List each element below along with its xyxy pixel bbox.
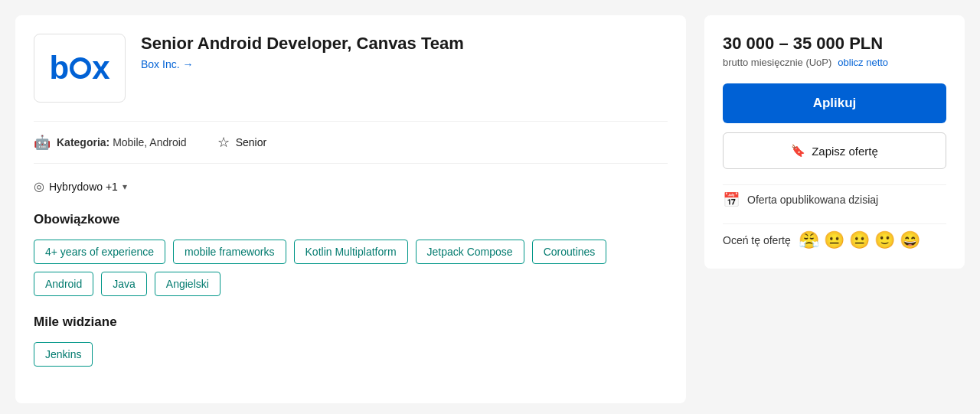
- mandatory-tag: Java: [101, 272, 147, 296]
- location-icon: ◎: [34, 179, 44, 194]
- meta-row: 🤖 Kategoria: Mobile, Android ☆ Senior: [34, 121, 668, 164]
- emoji-0[interactable]: 😤: [799, 230, 819, 250]
- category-label: Kategoria: Mobile, Android: [57, 136, 187, 148]
- seniority-value: Senior: [236, 136, 266, 148]
- category-value: Mobile, Android: [113, 136, 187, 148]
- android-icon: 🤖: [34, 134, 51, 151]
- rate-row: Oceń tę ofertę 😤😐😐🙂😄: [723, 223, 946, 250]
- side-card: 30 000 – 35 000 PLN brutto miesięcznie (…: [704, 15, 965, 269]
- save-button[interactable]: 🔖 Zapisz ofertę: [723, 132, 946, 169]
- company-arrow-icon: →: [183, 58, 194, 70]
- published-label: Oferta opublikowana dzisiaj: [747, 194, 878, 206]
- save-label: Zapisz ofertę: [812, 145, 878, 158]
- emojis-row: 😤😐😐🙂😄: [799, 230, 920, 250]
- job-title-area: Senior Android Developer, Canvas Team Bo…: [141, 34, 668, 70]
- category-item: 🤖 Kategoria: Mobile, Android: [34, 134, 187, 151]
- rate-label: Oceń tę ofertę: [723, 234, 791, 246]
- nice-section: Mile widziane Jenkins: [34, 315, 668, 367]
- calendar-icon: 📅: [723, 191, 740, 208]
- mandatory-tag: Kotlin Multiplatform: [294, 240, 408, 264]
- mandatory-tag: Android: [34, 272, 93, 296]
- salary-range: 30 000 – 35 000 PLN: [723, 34, 946, 54]
- location-row: ◎ Hybrydowo +1 ▾: [34, 179, 668, 194]
- mandatory-tag: Coroutines: [532, 240, 607, 264]
- job-title: Senior Android Developer, Canvas Team: [141, 34, 668, 54]
- salary-type: brutto miesięcznie (UoP): [723, 57, 831, 68]
- salary-info: brutto miesięcznie (UoP) oblicz netto: [723, 57, 946, 68]
- apply-button[interactable]: Aplikuj: [723, 83, 946, 123]
- nice-tag: Jenkins: [34, 342, 93, 367]
- emoji-1[interactable]: 😐: [824, 230, 844, 250]
- nice-title: Mile widziane: [34, 315, 668, 330]
- mandatory-tag: mobile frameworks: [173, 240, 286, 264]
- location-value: Hybrydowo +1: [49, 181, 118, 193]
- location-dropdown-icon[interactable]: ▾: [122, 181, 127, 192]
- emoji-2[interactable]: 😐: [849, 230, 870, 250]
- mandatory-tag: Angielski: [155, 272, 220, 296]
- seniority-item: ☆ Senior: [217, 134, 266, 151]
- main-card: b x Senior Android Developer, Canvas Tea…: [15, 15, 686, 403]
- emoji-4[interactable]: 😄: [900, 230, 920, 250]
- company-logo: b x: [34, 34, 126, 103]
- star-icon: ☆: [217, 134, 230, 151]
- company-link[interactable]: Box Inc. →: [141, 58, 668, 70]
- bookmark-icon: 🔖: [791, 144, 805, 158]
- netto-link[interactable]: oblicz netto: [838, 57, 888, 68]
- published-row: 📅 Oferta opublikowana dzisiaj: [723, 184, 946, 208]
- mandatory-tag: Jetpack Compose: [416, 240, 524, 264]
- page-wrapper: b x Senior Android Developer, Canvas Tea…: [0, 0, 980, 414]
- header-section: b x Senior Android Developer, Canvas Tea…: [34, 34, 668, 103]
- nice-tags-row: Jenkins: [34, 342, 668, 367]
- mandatory-tag: 4+ years of experience: [34, 240, 165, 264]
- mandatory-section: Obowiązkowe 4+ years of experiencemobile…: [34, 212, 668, 296]
- mandatory-tags-row: 4+ years of experiencemobile frameworksK…: [34, 240, 668, 296]
- mandatory-title: Obowiązkowe: [34, 212, 668, 227]
- emoji-3[interactable]: 🙂: [874, 230, 895, 250]
- company-name: Box Inc.: [141, 58, 180, 70]
- logo-o-icon: [70, 57, 91, 79]
